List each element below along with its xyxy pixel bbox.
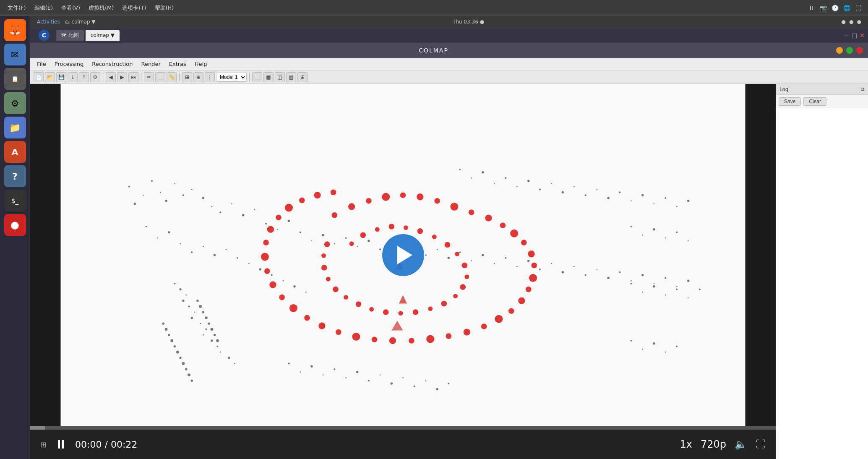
- menu-render[interactable]: Render: [138, 60, 164, 68]
- svg-point-76: [191, 317, 193, 319]
- toolbar-view3[interactable]: ◫: [275, 72, 285, 82]
- close-window-btn[interactable]: ✕: [860, 32, 865, 39]
- toolbar-view1[interactable]: ⬜: [252, 72, 262, 82]
- svg-point-135: [205, 316, 208, 319]
- sidebar-item-term2[interactable]: $_: [4, 190, 26, 211]
- svg-point-100: [631, 200, 632, 201]
- toolbar-grid[interactable]: ⊞: [182, 72, 192, 82]
- toolbar-undo[interactable]: ◀: [106, 72, 116, 82]
- svg-point-22: [334, 243, 335, 244]
- sidebar-item-settings[interactable]: ⚙: [4, 92, 26, 114]
- os-menu-view[interactable]: 查看(V): [59, 3, 83, 13]
- win-minimize[interactable]: [836, 47, 843, 54]
- svg-point-194: [267, 226, 274, 233]
- toolbar-export[interactable]: ↑: [79, 72, 89, 82]
- toolbar-draw[interactable]: ✏: [144, 72, 154, 82]
- svg-point-148: [653, 285, 655, 287]
- sidebar-item-mail[interactable]: ✉: [4, 44, 26, 65]
- video-content: [30, 84, 776, 426]
- toolbar-view4[interactable]: ▤: [286, 72, 296, 82]
- toolbar-import[interactable]: ↓: [68, 72, 78, 82]
- svg-point-134: [202, 311, 204, 313]
- toolbar-skip-back[interactable]: ⏮: [128, 72, 138, 82]
- fullscreen-expand-icon[interactable]: ⛶: [756, 438, 766, 450]
- svg-point-47: [619, 271, 620, 273]
- svg-point-80: [211, 339, 213, 342]
- toolbar-save[interactable]: 💾: [56, 72, 66, 82]
- sidebar-item-store[interactable]: A: [4, 141, 26, 163]
- browser-tabbar: C 🗺 地图 colmap ▼ — □ ✕: [30, 28, 868, 43]
- svg-point-118: [425, 380, 427, 381]
- snapshot-icon[interactable]: 📷: [818, 3, 828, 13]
- toolbar-view2[interactable]: ▦: [263, 72, 274, 82]
- toolbar-view5[interactable]: ⊞: [297, 72, 308, 82]
- log-expand-icon[interactable]: ⧉: [861, 86, 865, 92]
- sidebar-item-help[interactable]: ?: [4, 165, 26, 187]
- toolbar-open[interactable]: 📂: [45, 72, 55, 82]
- svg-point-63: [237, 257, 238, 259]
- menu-extras[interactable]: Extras: [166, 60, 190, 68]
- svg-point-177: [481, 323, 487, 329]
- clock-icon[interactable]: 🕐: [830, 3, 839, 13]
- fullscreen-icon[interactable]: ⛶: [854, 3, 863, 13]
- os-menu-edit[interactable]: 编辑(E): [32, 3, 55, 13]
- os-menu-help[interactable]: 帮助(H): [152, 3, 177, 13]
- svg-point-54: [699, 289, 701, 290]
- toolbar-new[interactable]: 📄: [34, 72, 44, 82]
- video-quality-display[interactable]: 720p: [701, 438, 726, 450]
- menu-processing[interactable]: Processing: [51, 60, 87, 68]
- tab-ditu[interactable]: 🗺 地图: [56, 30, 84, 41]
- toolbar-points[interactable]: ⋮: [205, 72, 215, 82]
- svg-point-1: [128, 186, 130, 188]
- sidebar-item-files[interactable]: 📁: [4, 117, 26, 138]
- log-clear-btn[interactable]: Clear: [803, 97, 826, 106]
- sidebar-item-terminal[interactable]: 📋: [4, 68, 26, 90]
- toolbar-btn6[interactable]: ⚙: [90, 72, 100, 82]
- grid-icon[interactable]: ⊞: [40, 440, 47, 449]
- video-speed-display[interactable]: 1x: [680, 438, 692, 450]
- os-menu-vm[interactable]: 虚拟机(M): [86, 3, 116, 13]
- menu-help[interactable]: Help: [191, 60, 211, 68]
- svg-point-51: [665, 277, 666, 279]
- svg-point-219: [356, 301, 362, 307]
- svg-point-213: [441, 301, 447, 307]
- svg-point-202: [375, 227, 380, 232]
- toolbar-select[interactable]: ⬜: [155, 72, 165, 82]
- svg-point-163: [434, 198, 440, 204]
- model-select[interactable]: Model 1: [216, 73, 247, 82]
- maximize-window-btn[interactable]: □: [852, 32, 857, 39]
- svg-point-21: [322, 234, 324, 236]
- svg-point-50: [654, 283, 655, 284]
- viewport[interactable]: ⊞ 00:00 / 00:22 1x 720p 🔈 ⛶: [30, 84, 776, 459]
- tab-colmap[interactable]: colmap ▼: [86, 30, 120, 41]
- svg-point-181: [409, 338, 414, 344]
- term2-icon: $_: [11, 197, 18, 205]
- toolbar-axes[interactable]: ⊕: [193, 72, 203, 82]
- sidebar-item-firefox[interactable]: 🦊: [4, 19, 26, 41]
- minimize-window-btn[interactable]: —: [843, 32, 849, 39]
- network-icon[interactable]: 🌐: [842, 3, 851, 13]
- svg-point-70: [174, 283, 175, 284]
- os-menu-tabs[interactable]: 选项卡(T): [120, 3, 149, 13]
- play-button[interactable]: [382, 234, 424, 276]
- toolbar-ruler[interactable]: 📏: [167, 72, 177, 82]
- menu-reconstruction[interactable]: Reconstruction: [89, 60, 136, 68]
- svg-point-36: [494, 263, 495, 264]
- svg-point-180: [426, 335, 434, 343]
- svg-point-104: [676, 206, 678, 207]
- svg-point-169: [521, 240, 527, 245]
- svg-point-98: [607, 197, 609, 199]
- win-close[interactable]: [856, 47, 863, 54]
- log-save-btn[interactable]: Save: [779, 97, 801, 106]
- os-menu-file[interactable]: 文件(F): [5, 3, 29, 13]
- win-maximize[interactable]: [846, 47, 853, 54]
- menu-file[interactable]: File: [34, 60, 50, 68]
- sidebar-item-red[interactable]: ●: [4, 214, 26, 236]
- pause-icon[interactable]: ⏸: [807, 3, 816, 13]
- pause-button[interactable]: [55, 438, 67, 450]
- video-progress-bar[interactable]: [30, 426, 776, 430]
- toolbar-redo[interactable]: ▶: [117, 72, 127, 82]
- volume-icon[interactable]: 🔈: [735, 438, 747, 450]
- svg-point-4: [151, 180, 153, 182]
- svg-point-38: [516, 266, 518, 267]
